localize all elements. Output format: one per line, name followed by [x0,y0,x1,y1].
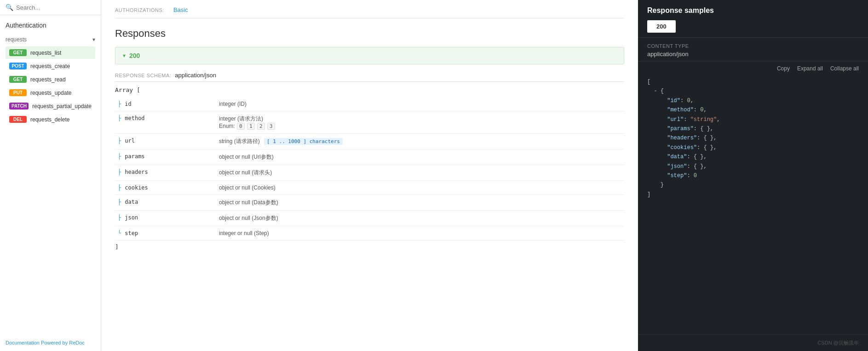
sidebar-item-label: requests_list [30,50,61,56]
auth-bar-value[interactable]: Basic [173,6,188,13]
main-content: AUTHORIZATIONS: Basic Responses ▾ 200 RE… [101,0,638,351]
auth-bar: AUTHORIZATIONS: Basic [115,0,624,18]
field-desc-url: string (请求路径) [ 1 .. 1000 ] characters [219,138,621,145]
sidebar-group-label: requests [6,36,27,43]
enum-val: 0 [237,123,245,130]
content-type-label: Content type [647,43,859,49]
chevron-down-icon: ▾ [92,36,95,43]
field-name-headers: headers [125,169,148,175]
content-type-section: Content type application/json [638,38,868,62]
sidebar-item-label: requests_create [30,63,70,69]
field-desc-method: integer (请求方法) Enum: 0 1 2 3 [219,115,621,130]
sidebar-item-label: requests_read [30,76,66,83]
sidebar-item-label: requests_update [30,90,71,96]
field-name-id: id [125,101,131,107]
enum-val: 2 [257,123,265,130]
search-icon: 🔍 [6,4,13,11]
sidebar-group-header[interactable]: requests ▾ [6,33,95,46]
table-row: ├ id integer (ID) [115,97,624,111]
field-indent: ├ [118,153,121,160]
schema-label: RESPONSE SCHEMA: [115,73,171,78]
schema-table: ├ id integer (ID) ├ method [115,97,624,241]
code-actions: Copy Expand all Collapse all [638,62,868,74]
table-row: ├ url string (请求路径) [ 1 .. 1000 ] charac… [115,134,624,150]
method-badge-patch: PATCH [9,103,29,109]
url-constraint: [ 1 .. 1000 ] characters [264,138,343,145]
code-block: [ - { "id": 0, "method": 0, "url": "stri… [638,74,868,334]
sidebar-item-label: requests_delete [30,116,69,123]
sidebar-item-requests-create[interactable]: POST requests_create [6,60,95,72]
field-desc-data: object or null (Data参数) [219,199,621,207]
method-badge-put: PUT [9,89,27,96]
footer-text: CSDN @沉畅流年 [638,334,868,351]
enum-val: 3 [267,123,275,130]
sidebar-item-requests-update[interactable]: PUT requests_update [6,86,95,99]
field-indent: ├ [118,169,121,175]
field-indent: └ [118,230,121,236]
method-badge-post: POST [9,63,27,69]
search-box[interactable]: 🔍 [0,0,101,15]
field-desc-headers: object or null (请求头) [219,169,621,177]
schema-value: application/json [175,72,216,79]
field-name-cookies: cookies [125,184,148,191]
field-desc-cookies: object or null (Cookies) [219,184,621,191]
sidebar-auth-label: Authentication [0,15,101,33]
schema-bar: RESPONSE SCHEMA: application/json [115,72,624,82]
responses-title: Responses [115,28,624,40]
field-indent: ├ [118,199,121,205]
content-type-value: application/json [647,51,859,58]
right-panel: Response samples 200 Content type applic… [638,0,868,351]
table-row: ├ cookies object or null (Cookies) [115,181,624,195]
field-desc-params: object or null (Url参数) [219,153,621,161]
field-indent: ├ [118,184,121,191]
sidebar-item-requests-partial-update[interactable]: PATCH requests_partial_update [6,100,95,112]
copy-button[interactable]: Copy [777,65,790,72]
array-close-label: ] [115,241,624,253]
field-desc-json: object or null (Json参数) [219,214,621,222]
right-panel-header: Response samples 200 [638,0,868,38]
enum-val: 1 [247,123,255,130]
powered-by-label[interactable]: Documentation Powered by ReDoc [0,334,101,351]
field-name-params: params [125,153,144,160]
table-row: ├ data object or null (Data参数) [115,195,624,211]
table-row: ├ params object or null (Url参数) [115,150,624,165]
field-name-step: step [125,230,138,236]
response-200-row[interactable]: ▾ 200 [115,47,624,64]
sidebar-item-requests-delete[interactable]: DEL requests_delete [6,113,95,126]
search-input[interactable] [16,4,95,11]
field-indent: ├ [118,101,121,107]
field-name-url: url [125,138,135,144]
sidebar: 🔍 Authentication requests ▾ GET requests… [0,0,101,351]
sidebar-item-label: requests_partial_update [32,103,92,109]
sidebar-item-requests-read[interactable]: GET requests_read [6,73,95,86]
field-desc-step: integer or null (Step) [219,230,621,236]
collapse-all-button[interactable]: Collapse all [830,65,859,72]
field-desc-id: integer (ID) [219,101,621,107]
expand-all-button[interactable]: Expand all [797,65,823,72]
method-badge-get: GET [9,76,27,83]
field-name-data: data [125,199,138,205]
table-row: ├ json object or null (Json参数) [115,211,624,226]
table-row: ├ headers object or null (请求头) [115,165,624,181]
right-panel-title: Response samples [647,6,859,15]
table-row: ├ method integer (请求方法) Enum: 0 1 2 3 [115,111,624,134]
sidebar-item-requests-list[interactable]: GET requests_list [6,46,95,59]
method-badge-del: DEL [9,116,27,123]
field-name-method: method [125,115,144,121]
auth-bar-label: AUTHORIZATIONS: [115,7,164,13]
field-indent: ├ [118,115,121,121]
field-indent: ├ [118,138,121,144]
method-badge-get: GET [9,49,27,56]
response-tab-200-button[interactable]: 200 [647,20,676,33]
table-row: └ step integer or null (Step) [115,226,624,241]
field-indent: ├ [118,214,121,221]
field-name-json: json [125,214,138,221]
status-200-label: 200 [129,52,140,59]
sidebar-group-requests: requests ▾ GET requests_list POST reques… [0,33,101,127]
array-open-label: Array [ [115,86,624,93]
chevron-down-icon: ▾ [123,52,126,59]
